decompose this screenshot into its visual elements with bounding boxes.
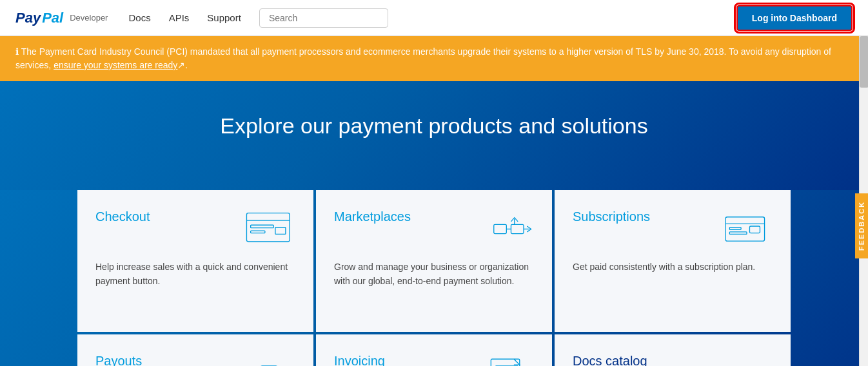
card-payouts[interactable]: Payouts [77, 334, 313, 366]
checkout-icon [244, 209, 295, 248]
svg-rect-4 [275, 227, 286, 235]
svg-rect-3 [251, 231, 265, 233]
scrollbar-thumb[interactable] [860, 36, 868, 88]
nav-right: Log into Dashboard [736, 5, 853, 31]
brand: PayPal Developer [15, 10, 108, 26]
card-docs-catalog-top: Docs catalog [573, 354, 773, 366]
paypal-pay-text: Pay [15, 10, 41, 26]
svg-rect-12 [729, 227, 741, 230]
subscriptions-icon [721, 209, 773, 248]
svg-rect-14 [749, 226, 760, 233]
paypal-pal-text: Pal [42, 10, 63, 26]
nav-docs[interactable]: Docs [128, 12, 150, 23]
card-invoicing-title[interactable]: Invoicing [334, 354, 385, 366]
card-subscriptions[interactable]: Subscriptions Get paid consistently with… [555, 190, 791, 332]
card-docs-catalog[interactable]: Docs catalog [555, 334, 791, 366]
card-subscriptions-top: Subscriptions [573, 209, 773, 248]
invoicing-icon [482, 354, 534, 366]
card-invoicing[interactable]: Invoicing [316, 334, 552, 366]
marketplaces-icon [482, 209, 534, 248]
alert-period: . [185, 60, 188, 70]
card-subscriptions-title[interactable]: Subscriptions [573, 209, 650, 224]
svg-rect-10 [725, 217, 764, 241]
cards-grid: Checkout Help increase sales with a quic… [77, 190, 791, 332]
card-marketplaces[interactable]: Marketplaces Grow and manage your busine… [316, 190, 552, 332]
login-button[interactable]: Log into Dashboard [736, 5, 853, 31]
alert-link[interactable]: ensure your systems are ready [54, 60, 177, 70]
search-input[interactable] [259, 8, 388, 28]
svg-rect-2 [251, 225, 274, 227]
navbar: PayPal Developer Docs APIs Support Log i… [0, 0, 868, 36]
card-marketplaces-desc: Grow and manage your business or organiz… [334, 260, 534, 289]
nav-links: Docs APIs Support [128, 8, 736, 28]
svg-rect-13 [729, 232, 747, 235]
info-icon: ℹ [15, 46, 19, 57]
alert-link-suffix: ↗ [177, 60, 185, 70]
card-marketplaces-title[interactable]: Marketplaces [334, 209, 411, 224]
hero-heading: Explore our payment products and solutio… [13, 113, 855, 139]
developer-label: Developer [70, 13, 108, 23]
alert-banner: ℹ The Payment Card Industry Council (PCI… [0, 36, 868, 81]
card-subscriptions-desc: Get paid consistently with a subscriptio… [573, 260, 773, 274]
cards-container: Checkout Help increase sales with a quic… [0, 190, 868, 366]
card-payouts-title[interactable]: Payouts [95, 354, 142, 366]
hero-section: Explore our payment products and solutio… [0, 81, 868, 190]
card-checkout-desc: Help increase sales with a quick and con… [95, 260, 295, 289]
card-checkout[interactable]: Checkout Help increase sales with a quic… [77, 190, 313, 332]
nav-apis[interactable]: APIs [169, 12, 190, 23]
card-checkout-title[interactable]: Checkout [95, 209, 150, 224]
svg-rect-6 [511, 224, 524, 233]
scrollbar[interactable] [859, 0, 868, 366]
feedback-tab[interactable]: FEEDBACK [855, 193, 868, 258]
cards-grid-bottom: Payouts Invoicing [77, 334, 791, 366]
paypal-logo[interactable]: PayPal [15, 10, 63, 26]
card-invoicing-top: Invoicing [334, 354, 534, 366]
card-marketplaces-top: Marketplaces [334, 209, 534, 248]
card-payouts-top: Payouts [95, 354, 295, 366]
svg-rect-5 [494, 224, 507, 233]
payouts-icon [244, 354, 295, 366]
card-checkout-top: Checkout [95, 209, 295, 248]
card-docs-catalog-title[interactable]: Docs catalog [573, 354, 647, 366]
nav-support[interactable]: Support [207, 12, 241, 23]
